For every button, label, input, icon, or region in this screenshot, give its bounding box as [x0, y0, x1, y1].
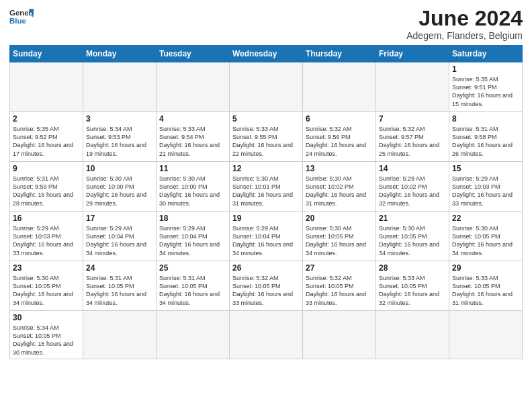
- day-info: Sunrise: 5:29 AM Sunset: 10:03 PM Daylig…: [452, 175, 519, 208]
- day-info: Sunrise: 5:35 AM Sunset: 9:52 PM Dayligh…: [13, 125, 80, 158]
- table-row: 13Sunrise: 5:30 AM Sunset: 10:02 PM Dayl…: [303, 162, 376, 212]
- table-row: [83, 311, 157, 359]
- calendar-table: Sunday Monday Tuesday Wednesday Thursday…: [9, 45, 523, 359]
- table-row: [376, 62, 449, 112]
- day-number: 13: [306, 164, 373, 173]
- day-info: Sunrise: 5:30 AM Sunset: 10:05 PM Daylig…: [13, 274, 80, 307]
- logo: General Blue: [9, 7, 34, 26]
- col-friday: Friday: [376, 46, 449, 62]
- table-row: 14Sunrise: 5:29 AM Sunset: 10:02 PM Dayl…: [376, 162, 449, 212]
- calendar-body: 1Sunrise: 5:35 AM Sunset: 9:51 PM Daylig…: [10, 62, 523, 359]
- day-number: 27: [306, 263, 373, 273]
- page: General Blue June 2024 Adegem, Flanders,…: [0, 0, 532, 366]
- month-title: June 2024: [406, 7, 523, 30]
- day-info: Sunrise: 5:29 AM Sunset: 10:03 PM Daylig…: [13, 224, 80, 257]
- table-row: 21Sunrise: 5:30 AM Sunset: 10:05 PM Dayl…: [376, 212, 449, 261]
- day-number: 16: [13, 214, 80, 223]
- day-info: Sunrise: 5:29 AM Sunset: 10:02 PM Daylig…: [379, 175, 446, 208]
- day-info: Sunrise: 5:30 AM Sunset: 10:02 PM Daylig…: [306, 175, 373, 208]
- day-info: Sunrise: 5:31 AM Sunset: 9:58 PM Dayligh…: [452, 125, 519, 158]
- title-block: June 2024 Adegem, Flanders, Belgium: [406, 7, 523, 41]
- table-row: 3Sunrise: 5:34 AM Sunset: 9:53 PM Daylig…: [83, 112, 157, 162]
- day-number: 20: [306, 214, 373, 223]
- table-row: 24Sunrise: 5:31 AM Sunset: 10:05 PM Dayl…: [83, 261, 157, 311]
- table-row: 29Sunrise: 5:33 AM Sunset: 10:05 PM Dayl…: [449, 261, 523, 311]
- day-info: Sunrise: 5:34 AM Sunset: 9:53 PM Dayligh…: [86, 125, 153, 158]
- col-monday: Monday: [83, 46, 157, 62]
- day-info: Sunrise: 5:31 AM Sunset: 10:05 PM Daylig…: [159, 274, 226, 307]
- day-number: 5: [232, 114, 300, 124]
- table-row: 19Sunrise: 5:29 AM Sunset: 10:04 PM Dayl…: [230, 212, 303, 261]
- table-row: 25Sunrise: 5:31 AM Sunset: 10:05 PM Dayl…: [157, 261, 230, 311]
- day-number: 7: [379, 114, 446, 124]
- day-number: 19: [232, 214, 300, 223]
- col-sunday: Sunday: [10, 46, 83, 62]
- table-row: [10, 62, 83, 112]
- day-info: Sunrise: 5:30 AM Sunset: 10:00 PM Daylig…: [86, 175, 153, 208]
- table-row: [449, 311, 523, 359]
- day-info: Sunrise: 5:35 AM Sunset: 9:51 PM Dayligh…: [452, 75, 519, 108]
- day-number: 22: [452, 214, 519, 223]
- calendar-week-row: 1Sunrise: 5:35 AM Sunset: 9:51 PM Daylig…: [10, 62, 523, 112]
- day-number: 6: [306, 114, 373, 124]
- col-thursday: Thursday: [303, 46, 376, 62]
- table-row: [157, 311, 230, 359]
- day-number: 26: [232, 263, 300, 273]
- day-number: 8: [452, 114, 519, 124]
- day-number: 15: [452, 164, 519, 173]
- calendar-week-row: 9Sunrise: 5:31 AM Sunset: 9:59 PM Daylig…: [10, 162, 523, 212]
- table-row: [303, 311, 376, 359]
- day-info: Sunrise: 5:32 AM Sunset: 10:05 PM Daylig…: [306, 274, 373, 307]
- day-number: 9: [13, 164, 80, 173]
- day-info: Sunrise: 5:30 AM Sunset: 10:01 PM Daylig…: [232, 175, 300, 208]
- table-row: 30Sunrise: 5:34 AM Sunset: 10:05 PM Dayl…: [10, 311, 83, 359]
- day-info: Sunrise: 5:33 AM Sunset: 10:05 PM Daylig…: [379, 274, 446, 307]
- table-row: 15Sunrise: 5:29 AM Sunset: 10:03 PM Dayl…: [449, 162, 523, 212]
- day-info: Sunrise: 5:30 AM Sunset: 10:05 PM Daylig…: [452, 224, 519, 257]
- table-row: [83, 62, 157, 112]
- table-row: 10Sunrise: 5:30 AM Sunset: 10:00 PM Dayl…: [83, 162, 157, 212]
- day-number: 1: [452, 64, 519, 74]
- col-wednesday: Wednesday: [230, 46, 303, 62]
- table-row: 23Sunrise: 5:30 AM Sunset: 10:05 PM Dayl…: [10, 261, 83, 311]
- table-row: 9Sunrise: 5:31 AM Sunset: 9:59 PM Daylig…: [10, 162, 83, 212]
- day-number: 3: [86, 114, 153, 124]
- calendar-week-row: 2Sunrise: 5:35 AM Sunset: 9:52 PM Daylig…: [10, 112, 523, 162]
- calendar-week-row: 16Sunrise: 5:29 AM Sunset: 10:03 PM Dayl…: [10, 212, 523, 261]
- day-number: 12: [232, 164, 300, 173]
- day-number: 17: [86, 214, 153, 223]
- table-row: 6Sunrise: 5:32 AM Sunset: 9:56 PM Daylig…: [303, 112, 376, 162]
- calendar-header-row: Sunday Monday Tuesday Wednesday Thursday…: [10, 46, 523, 62]
- table-row: 7Sunrise: 5:32 AM Sunset: 9:57 PM Daylig…: [376, 112, 449, 162]
- generalblue-logo-icon: General Blue: [9, 7, 34, 26]
- day-info: Sunrise: 5:29 AM Sunset: 10:04 PM Daylig…: [232, 224, 300, 257]
- day-info: Sunrise: 5:33 AM Sunset: 9:54 PM Dayligh…: [159, 125, 226, 158]
- day-info: Sunrise: 5:32 AM Sunset: 10:05 PM Daylig…: [232, 274, 300, 307]
- day-number: 11: [159, 164, 226, 173]
- table-row: [303, 62, 376, 112]
- day-info: Sunrise: 5:33 AM Sunset: 10:05 PM Daylig…: [452, 274, 519, 307]
- day-number: 29: [452, 263, 519, 273]
- table-row: 2Sunrise: 5:35 AM Sunset: 9:52 PM Daylig…: [10, 112, 83, 162]
- day-number: 23: [13, 263, 80, 273]
- day-number: 10: [86, 164, 153, 173]
- table-row: 27Sunrise: 5:32 AM Sunset: 10:05 PM Dayl…: [303, 261, 376, 311]
- day-info: Sunrise: 5:30 AM Sunset: 10:00 PM Daylig…: [159, 175, 226, 208]
- table-row: [230, 311, 303, 359]
- day-number: 28: [379, 263, 446, 273]
- table-row: 22Sunrise: 5:30 AM Sunset: 10:05 PM Dayl…: [449, 212, 523, 261]
- location-subtitle: Adegem, Flanders, Belgium: [406, 30, 523, 41]
- table-row: 11Sunrise: 5:30 AM Sunset: 10:00 PM Dayl…: [157, 162, 230, 212]
- calendar-week-row: 23Sunrise: 5:30 AM Sunset: 10:05 PM Dayl…: [10, 261, 523, 311]
- day-number: 30: [13, 313, 80, 322]
- col-tuesday: Tuesday: [157, 46, 230, 62]
- day-info: Sunrise: 5:32 AM Sunset: 9:57 PM Dayligh…: [379, 125, 446, 158]
- day-info: Sunrise: 5:29 AM Sunset: 10:04 PM Daylig…: [86, 224, 153, 257]
- day-number: 4: [159, 114, 226, 124]
- day-number: 25: [159, 263, 226, 273]
- table-row: 26Sunrise: 5:32 AM Sunset: 10:05 PM Dayl…: [230, 261, 303, 311]
- table-row: [230, 62, 303, 112]
- col-saturday: Saturday: [449, 46, 523, 62]
- day-number: 14: [379, 164, 446, 173]
- table-row: 28Sunrise: 5:33 AM Sunset: 10:05 PM Dayl…: [376, 261, 449, 311]
